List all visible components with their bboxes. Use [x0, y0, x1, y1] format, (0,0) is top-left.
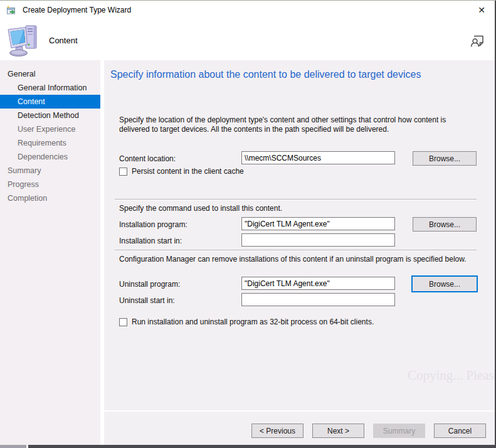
main-panel: Specify information about the content to…: [104, 60, 496, 445]
installation-program-browse-button[interactable]: Browse...: [413, 217, 477, 232]
summary-button: Summary: [373, 424, 425, 438]
uninstall-start-in-input[interactable]: [241, 293, 395, 306]
content-form: Specify information about the content to…: [104, 60, 496, 410]
window-bottom-edge: [0, 445, 496, 448]
next-button[interactable]: Next >: [312, 424, 364, 438]
wizard-steps-sidebar: General General Information Content Dete…: [0, 60, 100, 445]
content-location-label: Content location:: [119, 154, 176, 163]
copying-watermark: Copying... Please try: [408, 368, 496, 383]
sidebar-item-user-experience: User Experience: [0, 122, 100, 136]
uninstall-program-input[interactable]: [241, 277, 395, 290]
persist-content-row: Persist content in the client cache: [119, 167, 244, 176]
run-32bit-checkbox[interactable]: [119, 318, 127, 326]
close-icon[interactable]: ✕: [472, 2, 491, 18]
previous-button[interactable]: < Previous: [251, 424, 303, 438]
sidebar-item-general: General: [0, 67, 100, 81]
uninstall-program-browse-button[interactable]: Browse...: [411, 275, 478, 292]
title-bar: Create Deployment Type Wizard ✕: [0, 1, 496, 19]
sidebar-item-content[interactable]: Content: [0, 95, 100, 109]
sidebar-item-dependencies: Dependencies: [0, 150, 100, 164]
page-title: Specify information about the content to…: [110, 69, 421, 80]
cancel-button[interactable]: Cancel: [434, 424, 486, 438]
run-32bit-label: Run installation and uninstall program a…: [132, 317, 374, 326]
sidebar-item-summary: Summary: [0, 164, 100, 178]
content-location-input[interactable]: [241, 151, 395, 164]
computer-icon: [5, 22, 41, 58]
create-deployment-type-wizard-window: Create Deployment Type Wizard ✕ Content: [0, 0, 496, 448]
footer-buttons: < Previous Next > Summary Cancel: [104, 412, 496, 445]
section-divider-1: [115, 199, 477, 200]
sidebar-item-progress: Progress: [0, 178, 100, 191]
sidebar-item-requirements: Requirements: [0, 136, 100, 150]
window-title: Create Deployment Type Wizard: [23, 6, 131, 14]
sidebar-item-detection-method[interactable]: Detection Method: [0, 109, 100, 122]
uninstall-start-in-label: Uninstall start in:: [119, 296, 175, 305]
installation-program-label: Installation program:: [119, 220, 187, 229]
persist-content-checkbox[interactable]: [119, 168, 127, 176]
section-divider-2: [115, 250, 477, 251]
uninstall-section-text: Configuration Manager can remove install…: [119, 255, 467, 264]
wizard-header: Content: [0, 19, 496, 60]
installation-start-in-input[interactable]: [241, 233, 395, 247]
persist-content-label: Persist content in the client cache: [132, 167, 244, 176]
header-step-title: Content: [49, 36, 78, 45]
wizard-app-icon: [6, 5, 17, 16]
installation-start-in-label: Installation start in:: [119, 237, 182, 245]
sidebar-item-general-information[interactable]: General Information: [0, 81, 100, 95]
feedback-icon[interactable]: [469, 32, 486, 49]
content-location-browse-button[interactable]: Browse...: [413, 151, 477, 166]
wizard-body: General General Information Content Dete…: [0, 60, 496, 445]
sidebar-item-completion: Completion: [0, 191, 100, 205]
install-section-text: Specify the command used to install this…: [119, 204, 282, 213]
intro-text: Specify the location of the deployment t…: [119, 115, 470, 134]
run-32bit-row: Run installation and uninstall program a…: [119, 317, 374, 326]
installation-program-input[interactable]: [241, 217, 395, 230]
uninstall-program-label: Uninstall program:: [119, 280, 180, 289]
